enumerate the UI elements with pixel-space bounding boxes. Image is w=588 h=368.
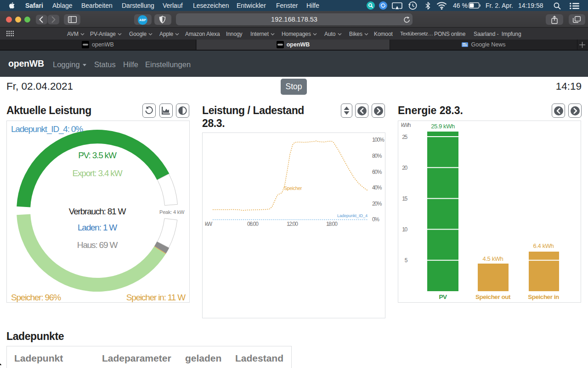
svg-text:Speicher: Speicher (284, 185, 302, 191)
svg-text:Ladepunkt_ID_4: Ladepunkt_ID_4 (337, 213, 368, 218)
